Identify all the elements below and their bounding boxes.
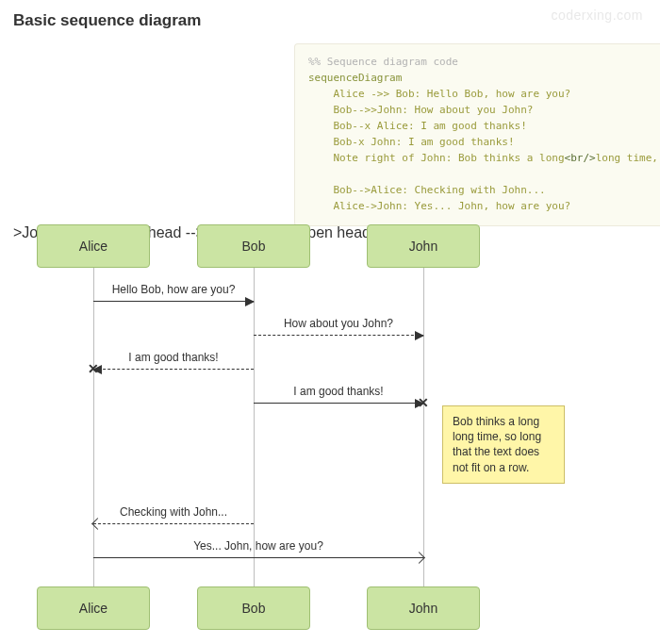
message-label: Checking with John... [93, 505, 254, 519]
arrowhead-x-icon: ✕ [418, 395, 429, 410]
message-line [93, 523, 254, 524]
code-tag: <br/> [565, 152, 596, 164]
message-line [93, 557, 423, 558]
message-label: Hello Bob, how are you? [93, 283, 254, 296]
code-line: Alice ->> Bob: Hello Bob, how are you? [308, 88, 570, 100]
page: Basic sequence diagram coderxing.com %% … [0, 0, 660, 644]
code-line: Bob-->Alice: Checking with John... [308, 184, 546, 196]
message-3: I am good thanks! ✕ [93, 351, 254, 370]
message-1: Hello Bob, how are you? [93, 283, 254, 302]
actor-alice-bottom: Alice [37, 586, 150, 630]
message-line [93, 369, 254, 370]
arrowhead-solid-icon [245, 297, 255, 306]
code-block: %% Sequence diagram code sequenceDiagram… [294, 43, 660, 226]
message-line [254, 403, 423, 404]
actor-bob-bottom: Bob [197, 586, 310, 630]
actor-john-top: John [367, 224, 480, 268]
note-box: Bob thinks a long long time, so long tha… [442, 405, 565, 484]
actor-alice-top: Alice [37, 224, 150, 268]
actor-label: Alice [79, 601, 107, 616]
actor-label: Alice [79, 239, 107, 254]
actor-label: John [409, 239, 437, 254]
code-line: Bob-->>John: How about you John? [308, 104, 533, 116]
actor-bob-top: Bob [197, 224, 310, 268]
message-label: I am good thanks! [254, 385, 423, 398]
code-line: long time, so long< [596, 152, 660, 164]
page-title: Basic sequence diagram [13, 11, 647, 30]
actor-john-bottom: John [367, 586, 480, 630]
message-label: How about you John? [254, 317, 423, 330]
sequence-diagram: Alice Bob John Hello Bob, how are you? >… [13, 224, 647, 630]
message-label: I am good thanks! [93, 351, 254, 364]
message-label: Yes... John, how are you? [93, 539, 423, 553]
message-4: I am good thanks! ✕ [254, 385, 423, 404]
code-line: Bob-x John: I am good thanks! [308, 136, 515, 148]
actor-label: Bob [242, 239, 266, 254]
code-line: Bob--x Alice: I am good thanks! [308, 120, 527, 132]
actor-label: John [409, 601, 437, 616]
code-line: Alice->John: Yes... John, how are you? [308, 200, 570, 212]
lifeline-john [423, 268, 424, 586]
message-6: Yes... John, how are you? [93, 539, 423, 558]
code-keyword: sequenceDiagram [308, 72, 402, 84]
arrowhead-x-icon: ✕ [88, 361, 99, 376]
message-5: Checking with John... [93, 505, 254, 524]
arrowhead-solid-icon [415, 331, 424, 340]
actor-label: Bob [242, 601, 266, 616]
note-text: Bob thinks a long long time, so long tha… [453, 415, 541, 474]
code-comment: %% Sequence diagram code [308, 56, 458, 68]
code-line: Note right of John: Bob thinks a long [308, 152, 565, 164]
message-line [254, 335, 423, 336]
message-line [93, 301, 254, 302]
message-2: How about you John? [254, 317, 423, 336]
